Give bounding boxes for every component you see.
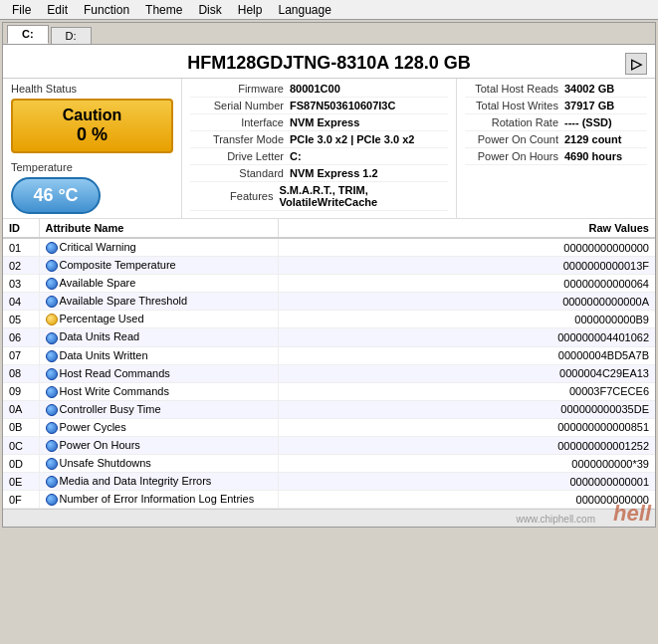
menu-item-theme[interactable]: Theme xyxy=(137,1,190,19)
info-row: FeaturesS.M.A.R.T., TRIM, VolatileWriteC… xyxy=(190,182,448,211)
smart-raw: 000000004401062 xyxy=(278,328,655,346)
smart-name: Media and Data Integrity Errors xyxy=(39,473,278,491)
health-label: Health Status xyxy=(11,83,173,95)
smart-name: Host Read Commands xyxy=(39,364,278,382)
smart-name: Percentage Used xyxy=(39,311,278,328)
smart-raw: 00000000000064 xyxy=(278,275,655,293)
info-val: NVM Express xyxy=(290,116,359,128)
blue-circle-icon xyxy=(46,368,58,380)
info-key: Transfer Mode xyxy=(190,133,290,145)
center-info-panel: Firmware80001C00Serial NumberFS87N503610… xyxy=(182,79,456,218)
smart-id: 0C xyxy=(3,437,39,455)
info-key: Firmware xyxy=(190,83,290,95)
table-row: 01 Critical Warning 00000000000000 xyxy=(3,238,655,257)
smart-name: Power On Hours xyxy=(39,437,278,455)
blue-circle-icon xyxy=(46,476,58,488)
health-status-text: Caution xyxy=(17,107,167,124)
smart-raw: 0000000000*39 xyxy=(278,455,655,473)
info-key-right: Power On Count xyxy=(465,133,564,145)
table-row: 0D Unsafe Shutdowns 0000000000*39 xyxy=(3,455,655,473)
menu-item-function[interactable]: Function xyxy=(76,1,137,19)
table-row: 0B Power Cycles 000000000000851 xyxy=(3,418,655,436)
blue-circle-icon xyxy=(46,278,58,290)
table-row: 05 Percentage Used 0000000000B9 xyxy=(3,311,655,328)
smart-id: 0A xyxy=(3,400,39,418)
table-row: 06 Data Units Read 000000004401062 xyxy=(3,328,655,346)
smart-id: 0D xyxy=(3,455,39,473)
health-percent: 0 % xyxy=(17,124,167,145)
col-id: ID xyxy=(3,219,39,238)
smart-raw: 000000000035DE xyxy=(278,400,655,418)
menu-bar: FileEditFunctionThemeDiskHelpLanguage xyxy=(0,0,658,20)
smart-name: Critical Warning xyxy=(39,238,278,257)
col-name: Attribute Name xyxy=(39,219,278,238)
smart-name: Number of Error Information Log Entries xyxy=(39,491,278,509)
blue-circle-icon xyxy=(46,422,58,434)
info-key-right: Total Host Writes xyxy=(465,100,564,111)
info-val: C: xyxy=(290,150,302,162)
menu-item-disk[interactable]: Disk xyxy=(190,1,229,19)
temperature-label: Temperature xyxy=(11,161,173,173)
expand-button[interactable]: ▷ xyxy=(625,53,647,75)
blue-circle-icon xyxy=(46,386,58,398)
smart-raw: 000000000000 xyxy=(278,491,655,509)
info-row-right: Rotation Rate---- (SSD) xyxy=(465,114,647,131)
menu-item-language[interactable]: Language xyxy=(270,1,338,19)
info-key: Serial Number xyxy=(190,100,290,111)
info-val: NVM Express 1.2 xyxy=(290,167,378,179)
left-panel: Health Status Caution 0 % Temperature 46… xyxy=(3,79,182,218)
info-row: StandardNVM Express 1.2 xyxy=(190,165,448,182)
info-row: InterfaceNVM Express xyxy=(190,114,448,131)
smart-name: Data Units Written xyxy=(39,346,278,364)
info-key: Interface xyxy=(190,116,290,128)
smart-id: 0B xyxy=(3,418,39,436)
smart-name: Power Cycles xyxy=(39,418,278,436)
table-row: 04 Available Spare Threshold 00000000000… xyxy=(3,293,655,311)
smart-raw: 0000004C29EA13 xyxy=(278,364,655,382)
smart-id: 09 xyxy=(3,382,39,400)
info-val: PCIe 3.0 x2 | PCIe 3.0 x2 xyxy=(290,133,414,145)
table-row: 07 Data Units Written 00000004BD5A7B xyxy=(3,346,655,364)
info-key-right: Rotation Rate xyxy=(465,116,564,128)
smart-id: 06 xyxy=(3,328,39,346)
smart-name: Available Spare xyxy=(39,275,278,293)
yellow-circle-icon xyxy=(46,314,58,325)
table-row: 0E Media and Data Integrity Errors 00000… xyxy=(3,473,655,491)
info-row-right: Total Host Writes37917 GB xyxy=(465,98,647,114)
table-row: 08 Host Read Commands 0000004C29EA13 xyxy=(3,364,655,382)
temperature-value: 46 °C xyxy=(11,177,101,214)
info-val-right: 34002 GB xyxy=(564,83,614,95)
col-raw: Raw Values xyxy=(278,219,655,238)
blue-circle-icon xyxy=(46,350,58,362)
smart-raw: 000000000001252 xyxy=(278,437,655,455)
info-val-right: ---- (SSD) xyxy=(564,116,612,128)
drive-tab-d[interactable]: D: xyxy=(51,27,92,44)
device-title: HFM128GDJTNG-8310A 128.0 GB xyxy=(187,53,470,74)
right-info-panel: Total Host Reads34002 GBTotal Host Write… xyxy=(456,79,655,218)
smart-id: 0E xyxy=(3,473,39,491)
menu-item-help[interactable]: Help xyxy=(230,1,271,19)
info-row-right: Total Host Reads34002 GB xyxy=(465,81,647,98)
info-key: Standard xyxy=(190,167,290,179)
blue-circle-icon xyxy=(46,404,58,416)
blue-circle-icon xyxy=(46,332,58,344)
blue-circle-icon xyxy=(46,260,58,272)
smart-name: Available Spare Threshold xyxy=(39,293,278,311)
info-val: FS87N503610607I3C xyxy=(290,100,395,111)
blue-circle-icon xyxy=(46,458,58,470)
table-row: 03 Available Spare 00000000000064 xyxy=(3,275,655,293)
smart-name: Host Write Commands xyxy=(39,382,278,400)
info-val: S.M.A.R.T., TRIM, VolatileWriteCache xyxy=(279,184,448,208)
menu-item-file[interactable]: File xyxy=(4,1,39,19)
table-row: 02 Composite Temperature 0000000000013F xyxy=(3,257,655,275)
device-header: HFM128GDJTNG-8310A 128.0 GB ▷ xyxy=(3,45,655,79)
smart-name: Data Units Read xyxy=(39,328,278,346)
smart-raw: 0000000000001 xyxy=(278,473,655,491)
smart-id: 07 xyxy=(3,346,39,364)
health-status-box: Caution 0 % xyxy=(11,99,173,153)
drive-tab-c[interactable]: C: xyxy=(7,25,49,44)
menu-item-edit[interactable]: Edit xyxy=(39,1,76,19)
info-val: 80001C00 xyxy=(290,83,340,95)
smart-id: 03 xyxy=(3,275,39,293)
smart-raw: 0000000000013F xyxy=(278,257,655,275)
